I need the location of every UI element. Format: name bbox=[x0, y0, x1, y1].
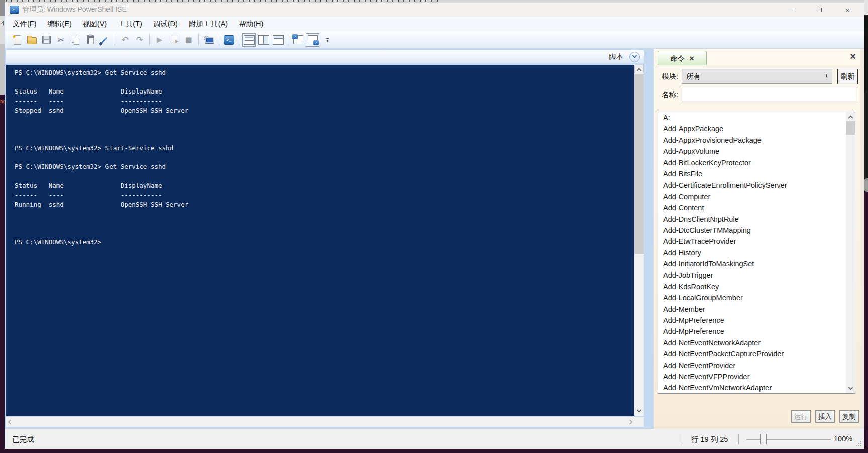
run-script-icon[interactable]: ▶ bbox=[153, 33, 166, 47]
powershell-console[interactable]: PS C:\WINDOWS\system32> Get-Service sshd… bbox=[6, 65, 634, 416]
toolbar-separator bbox=[239, 34, 239, 46]
chevron-down-icon bbox=[824, 74, 827, 77]
menu-tools[interactable]: 工具(T) bbox=[113, 17, 148, 31]
menu-bar: 文件(F)编辑(E)视图(V)工具(T)调试(D)附加工具(A)帮助(H) bbox=[5, 17, 864, 31]
command-list-item[interactable]: Add-AppxVolume bbox=[658, 146, 855, 157]
command-list-item[interactable]: Add-InitiatorIdToMaskingSet bbox=[658, 258, 855, 269]
command-list-item[interactable]: Add-DnsClientNrptRule bbox=[658, 214, 855, 225]
background-fragment bbox=[864, 0, 868, 15]
open-script-icon[interactable] bbox=[25, 33, 39, 47]
stop-operation-icon[interactable]: ■ bbox=[182, 33, 195, 47]
run-selection-icon[interactable]: ▶ bbox=[167, 33, 181, 47]
command-list-item[interactable]: Add-AppxPackage bbox=[658, 123, 855, 134]
commands-addon-panel: 命令 × × 模块: 所有 刷新 名称: A:Add-AppxPackageAd… bbox=[654, 49, 860, 429]
paste-icon[interactable] bbox=[83, 33, 97, 47]
command-list-item[interactable]: Add-NetEventProvider bbox=[658, 360, 855, 371]
tab-commands[interactable]: 命令 × bbox=[658, 51, 707, 65]
content-area: 脚本 PS C:\WINDOWS\system32> Get-Service s… bbox=[5, 49, 864, 429]
new-remote-powershell-tab-icon[interactable] bbox=[202, 33, 215, 47]
module-dropdown[interactable]: 所有 bbox=[682, 69, 832, 84]
run-command-button[interactable]: 运行 bbox=[791, 410, 811, 423]
menu-addons[interactable]: 附加工具(A) bbox=[183, 17, 233, 31]
maximize-button[interactable] bbox=[805, 3, 833, 17]
start-powershell-icon[interactable]: >_ bbox=[222, 33, 236, 47]
toolbar-overflow-icon[interactable]: ▾ bbox=[320, 33, 334, 47]
menu-file[interactable]: 文件(F) bbox=[7, 17, 42, 31]
new-script-icon[interactable]: ★ bbox=[11, 33, 24, 47]
background-fragment bbox=[864, 15, 868, 90]
tab-close-icon[interactable]: × bbox=[689, 54, 694, 63]
insert-command-button[interactable]: 插入 bbox=[815, 410, 835, 423]
console-horizontal-scrollbar[interactable] bbox=[6, 417, 634, 427]
show-command-addon-icon[interactable]: > bbox=[306, 33, 319, 47]
show-script-pane-right-icon[interactable] bbox=[257, 33, 270, 47]
command-list-item[interactable]: Add-MpPreference bbox=[658, 326, 855, 337]
name-label: 名称: bbox=[662, 90, 678, 100]
show-command-window-icon[interactable]: > bbox=[291, 33, 305, 47]
chevron-down-icon bbox=[632, 53, 637, 58]
resize-grip[interactable] bbox=[855, 440, 861, 446]
scroll-up-arrow-icon[interactable] bbox=[634, 65, 644, 73]
expand-script-pane-button[interactable] bbox=[629, 52, 640, 62]
command-list-item[interactable]: Add-Computer bbox=[658, 191, 855, 202]
command-list-item[interactable]: Add-History bbox=[658, 247, 855, 258]
save-icon[interactable] bbox=[40, 33, 53, 47]
command-list-item[interactable]: Add-MpPreference bbox=[658, 315, 855, 326]
clear-console-pane-icon[interactable] bbox=[98, 33, 112, 47]
command-list-item[interactable]: Add-BitsFile bbox=[658, 168, 855, 179]
command-list-item[interactable]: Add-NetEventVmNetworkAdapter bbox=[658, 382, 855, 393]
close-button[interactable]: × bbox=[833, 3, 862, 17]
title-bar[interactable]: >_ 管理员: Windows PowerShell ISE × bbox=[5, 3, 864, 17]
command-list-item[interactable]: Add-BitLockerKeyProtector bbox=[658, 157, 855, 168]
command-list-item[interactable]: Add-DtcClusterTMMapping bbox=[658, 225, 855, 236]
toolbar-separator bbox=[288, 34, 288, 46]
menu-edit[interactable]: 编辑(E) bbox=[42, 17, 77, 31]
show-script-pane-maximized-icon[interactable] bbox=[271, 33, 285, 47]
copy-icon[interactable] bbox=[69, 33, 82, 47]
scroll-down-arrow-icon[interactable] bbox=[846, 385, 855, 393]
background-fragment bbox=[864, 178, 868, 192]
menu-view[interactable]: 视图(V) bbox=[77, 17, 113, 31]
menu-help[interactable]: 帮助(H) bbox=[233, 17, 269, 31]
scrollbar-thumb[interactable] bbox=[634, 74, 644, 254]
command-list-scrollbar[interactable] bbox=[846, 112, 855, 393]
command-list-item[interactable]: Add-NetEventNetworkAdapter bbox=[658, 337, 855, 348]
scroll-right-arrow-icon[interactable] bbox=[626, 417, 634, 427]
show-script-pane-top-icon[interactable] bbox=[242, 33, 256, 47]
command-list-item[interactable]: Add-AppxProvisionedPackage bbox=[658, 135, 855, 146]
scrollbar-corner bbox=[634, 417, 644, 427]
copy-command-button[interactable]: 复制 bbox=[839, 410, 859, 423]
command-list-item[interactable]: Add-EtwTraceProvider bbox=[658, 236, 855, 247]
zoom-slider-track[interactable] bbox=[746, 439, 831, 440]
command-list[interactable]: A:Add-AppxPackageAdd-AppxProvisionedPack… bbox=[658, 112, 855, 394]
scrollbar-thumb[interactable] bbox=[846, 121, 855, 135]
command-list-item[interactable]: Add-NetEventVFPProvider bbox=[658, 371, 855, 382]
scroll-down-arrow-icon[interactable] bbox=[634, 407, 644, 416]
refresh-button[interactable]: 刷新 bbox=[837, 69, 858, 84]
menu-debug[interactable]: 调试(D) bbox=[148, 17, 183, 31]
background-fragment bbox=[864, 90, 868, 178]
minimize-button[interactable] bbox=[776, 3, 805, 17]
zoom-slider-thumb[interactable] bbox=[760, 434, 767, 444]
command-list-item[interactable]: Add-NetEventPacketCaptureProvider bbox=[658, 348, 855, 359]
command-list-item[interactable]: Add-JobTrigger bbox=[658, 269, 855, 281]
powershell-ise-window: >_ 管理员: Windows PowerShell ISE × 文件(F)编辑… bbox=[5, 3, 864, 449]
toolbar: ★✂↶↷▶▶■>_>>▾ bbox=[5, 31, 864, 49]
undo-icon[interactable]: ↶ bbox=[118, 33, 132, 47]
scroll-up-arrow-icon[interactable] bbox=[846, 112, 855, 121]
status-bar: 已完成 行 19 列 25 100% bbox=[5, 429, 864, 449]
panel-close-icon[interactable]: × bbox=[847, 50, 859, 62]
redo-icon[interactable]: ↷ bbox=[133, 33, 146, 47]
command-list-item[interactable]: Add-LocalGroupMember bbox=[658, 292, 855, 303]
scroll-left-arrow-icon[interactable] bbox=[6, 417, 15, 427]
name-filter-input[interactable] bbox=[682, 87, 856, 101]
command-list-item[interactable]: Add-Member bbox=[658, 304, 855, 315]
divider bbox=[738, 434, 739, 444]
cut-icon[interactable]: ✂ bbox=[54, 33, 68, 47]
command-list-item[interactable]: Add-Content bbox=[658, 202, 855, 213]
command-list-item[interactable]: A: bbox=[658, 112, 855, 123]
console-vertical-scrollbar[interactable] bbox=[634, 65, 644, 416]
command-list-item[interactable]: Add-CertificateEnrollmentPolicyServer bbox=[658, 179, 855, 191]
command-list-item[interactable]: Add-KdsRootKey bbox=[658, 281, 855, 292]
panel-button-row: 运行 插入 复制 bbox=[654, 410, 859, 423]
